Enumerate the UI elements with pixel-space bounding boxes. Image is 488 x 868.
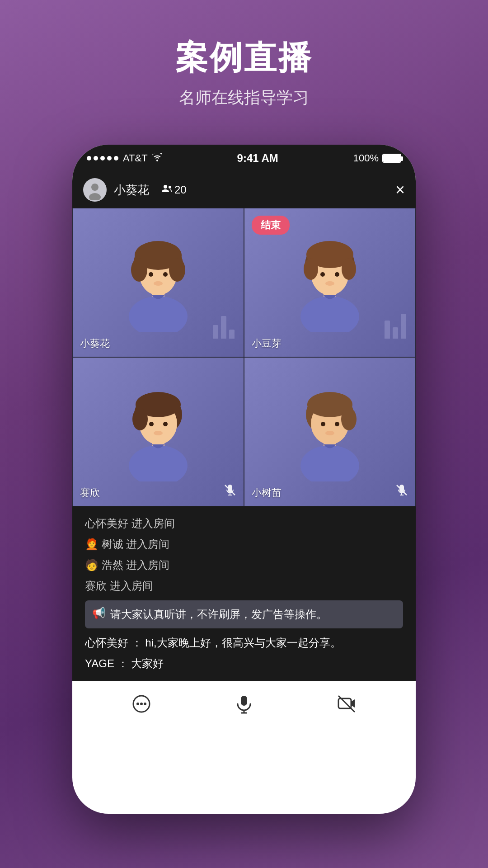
- user-avatar: [83, 178, 107, 202]
- mic-icon: [234, 694, 254, 718]
- video-cell-2: 结束 小豆芽: [244, 208, 416, 357]
- chat-messages: 心怀美好 进入房间 🧑‍🦰 树诚 进入房间 🧑 浩然 进入房间 赛欣 进入房间 …: [85, 515, 403, 672]
- svg-point-31: [129, 445, 188, 481]
- svg-point-9: [163, 272, 168, 277]
- svg-point-26: [132, 408, 148, 430]
- svg-point-40: [335, 422, 339, 426]
- svg-point-16: [304, 258, 318, 280]
- colon-7: ：: [117, 657, 128, 670]
- emoji-1: 🧑‍🦰: [85, 538, 102, 550]
- chat-line-6: 心怀美好 ： hi,大家晚上好，很高兴与大家一起分享。: [85, 635, 403, 651]
- mute-icon-4: [395, 484, 408, 500]
- video-label-4: 小树苗: [252, 486, 282, 500]
- status-time: 9:41 AM: [237, 152, 278, 165]
- avatar-figure-3: [73, 358, 244, 506]
- signal-dot: [114, 156, 118, 160]
- svg-point-38: [341, 408, 357, 430]
- video-grid: 小葵花: [72, 208, 416, 506]
- svg-point-10: [154, 281, 163, 286]
- signal-dot: [87, 156, 91, 160]
- app-header: 小葵花 20 ×: [72, 172, 416, 208]
- bar: [393, 327, 398, 339]
- page-header: 案例直播 名师在线指导学习: [0, 36, 488, 109]
- chat-button[interactable]: [123, 688, 160, 724]
- svg-point-22: [300, 296, 359, 332]
- bar: [229, 330, 235, 339]
- video-label-3: 赛欣: [80, 486, 100, 500]
- wifi-icon: [152, 152, 162, 164]
- bar: [213, 325, 218, 339]
- bar: [385, 321, 390, 339]
- svg-point-48: [136, 703, 139, 705]
- announcement-row: 📢 请大家认真听讲，不许刷屏，发广告等操作。: [92, 606, 396, 623]
- announcement-icon: 📢: [92, 607, 106, 619]
- announcement-box: 📢 请大家认真听讲，不许刷屏，发广告等操作。: [85, 600, 403, 628]
- svg-point-8: [149, 272, 153, 277]
- status-left: AT&T: [87, 152, 162, 164]
- svg-point-19: [335, 272, 339, 277]
- video-label-1: 小葵花: [80, 337, 110, 350]
- video-cell-3: 赛欣: [72, 357, 244, 506]
- emoji-2: 🧑: [85, 559, 102, 571]
- colon-6: ：: [131, 637, 142, 649]
- signal-dot: [100, 156, 105, 160]
- mic-button[interactable]: [226, 688, 262, 724]
- svg-point-18: [320, 272, 325, 277]
- announcement-text: 请大家认真听讲，不许刷屏，发广告等操作。: [110, 606, 327, 623]
- video-cell-1: 小葵花: [72, 208, 244, 357]
- svg-point-43: [300, 445, 359, 481]
- end-badge: 结束: [252, 216, 290, 235]
- svg-point-50: [144, 703, 146, 705]
- battery-fill: [383, 155, 400, 162]
- username-label: 小葵花: [114, 182, 149, 198]
- svg-point-39: [321, 422, 325, 426]
- status-right: 100%: [353, 152, 401, 164]
- chat-area: 心怀美好 进入房间 🧑‍🦰 树诚 进入房间 🧑 浩然 进入房间 赛欣 进入房间 …: [72, 506, 416, 681]
- svg-point-41: [325, 431, 334, 435]
- close-button[interactable]: ×: [395, 180, 405, 199]
- video-label-2: 小豆芽: [252, 337, 282, 350]
- svg-point-6: [131, 258, 147, 282]
- avatar-figure-4: [244, 358, 415, 506]
- chat-line-2: 🧑‍🦰 树诚 进入房间: [85, 536, 403, 552]
- bar: [221, 316, 226, 339]
- viewer-number: 20: [174, 184, 187, 196]
- status-bar: AT&T 9:41 AM 100%: [72, 145, 416, 172]
- bar-chart-1: [213, 316, 235, 339]
- svg-point-27: [149, 422, 154, 426]
- chat-line-7: YAGE ： 大家好: [85, 656, 403, 672]
- camera-off-icon: [337, 694, 357, 718]
- carrier-label: AT&T: [123, 152, 148, 164]
- action-4: 进入房间: [110, 580, 153, 592]
- phone-frame: AT&T 9:41 AM 100% 小葵花: [72, 145, 416, 814]
- battery-text: 100%: [353, 152, 379, 164]
- svg-point-1: [91, 184, 99, 191]
- battery-icon: [382, 154, 401, 163]
- mute-icon-3: [224, 484, 236, 500]
- signal-dots: [87, 156, 118, 160]
- svg-point-20: [325, 281, 334, 286]
- bottom-toolbar: [72, 681, 416, 731]
- signal-dot: [94, 156, 98, 160]
- svg-point-7: [169, 258, 185, 282]
- bar: [401, 314, 406, 339]
- chat-icon: [131, 694, 151, 718]
- bar-chart-2: [385, 314, 406, 339]
- svg-point-28: [163, 422, 168, 426]
- viewer-count: 20: [162, 184, 187, 196]
- people-icon: [162, 184, 172, 196]
- chat-line-3: 🧑 浩然 进入房间: [85, 557, 403, 573]
- svg-point-29: [154, 431, 163, 435]
- page-title: 案例直播: [0, 36, 488, 80]
- svg-point-49: [140, 703, 143, 705]
- page-subtitle: 名师在线指导学习: [0, 87, 488, 109]
- svg-point-17: [342, 258, 356, 280]
- camera-off-button[interactable]: [328, 688, 365, 724]
- svg-rect-51: [241, 696, 247, 706]
- svg-point-12: [129, 296, 188, 332]
- video-cell-4: 小树苗: [244, 357, 416, 506]
- signal-dot: [107, 156, 112, 160]
- chat-line-1: 心怀美好 进入房间: [85, 515, 403, 532]
- chat-line-4: 赛欣 进入房间: [85, 578, 403, 594]
